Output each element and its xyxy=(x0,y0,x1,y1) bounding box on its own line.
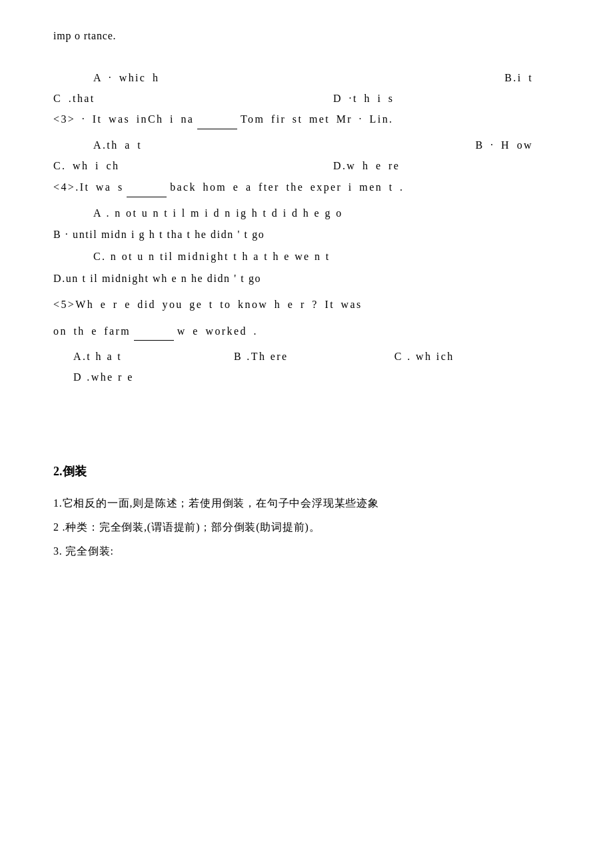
q5-option-D: D .whe r e xyxy=(53,368,560,387)
q4-option-A: A . n ot u n t i l m i d n ig h t d i d … xyxy=(53,204,560,223)
importance-line: imp ο rtance. xyxy=(53,27,560,46)
q3-text: <3> · It was inCh i na Tom fir st met Mr… xyxy=(53,109,560,129)
q3-option-D: D.w h e re xyxy=(306,157,560,176)
q5-text3: w e worked . xyxy=(177,325,258,337)
q5-text2-row: on th e farm w e worked . xyxy=(53,321,560,341)
q3-blank xyxy=(197,109,237,129)
q3-options-row2: C. wh i ch D.w h e re xyxy=(53,157,560,176)
option-D-this: D ·t h i s xyxy=(306,89,560,109)
option-C-that: C .that xyxy=(53,89,306,109)
q3-options-row1: A.th a t B · H ow xyxy=(53,136,560,155)
q3-option-B: B · H ow xyxy=(306,136,560,155)
q3-option-A: A.th a t xyxy=(53,136,306,155)
cn-line2: 2 .种类：完全倒装,(谓语提前)；部分倒装(助词提前)。 xyxy=(53,517,560,538)
q4-option-C: C. n ot u n til midnight t h a t h e we … xyxy=(53,247,560,267)
q5-main: <5>Wh e r e did you ge t to know h e r ?… xyxy=(53,299,362,310)
q5-blank xyxy=(134,321,174,341)
q3-main: <3> · It was inCh i na xyxy=(53,113,194,125)
q5-options-row1: A.t h a t B .Th ere C . wh ich xyxy=(53,347,560,367)
q3-rest: Tom fir st met Mr · Lin. xyxy=(241,113,393,125)
q4-option-D: D.un t il midnight wh e n he didn ' t go xyxy=(53,269,560,289)
q5-option-C: C . wh ich xyxy=(394,347,555,367)
q5-text: <5>Wh e r e did you ge t to know h e r ?… xyxy=(53,295,560,315)
q3-option-C: C. wh i ch xyxy=(53,157,306,176)
q4-text: <4>.It wa s back hom e a fter the exper … xyxy=(53,177,560,197)
cn-line1: 1.它相反的一面,则是陈述；若使用倒装，在句子中会浮现某些迹象 xyxy=(53,493,560,514)
main-content: imp ο rtance. A · whic h B.i t C .that D… xyxy=(53,27,560,562)
options-row-2: C .that D ·t h i s xyxy=(53,89,560,109)
q5-text2: on th e farm xyxy=(53,325,131,337)
q4-blank xyxy=(127,177,167,197)
options-row-1: A · whic h B.i t xyxy=(53,69,560,88)
q4-option-B: B · until midn i g h t tha t he didn ' t… xyxy=(53,225,560,245)
q4-rest: back hom e a fter the exper i men t . xyxy=(170,181,404,193)
q4-main: <4>.It wa s xyxy=(53,181,124,193)
q5-option-B: B .Th ere xyxy=(234,347,394,367)
cn-line3: 3. 完全倒装: xyxy=(53,541,560,562)
q5-option-A: A.t h a t xyxy=(73,347,234,367)
section2-title: 2.倒装 xyxy=(53,461,560,482)
option-A-which: A · whic h xyxy=(53,69,306,88)
option-B-it: B.i t xyxy=(306,69,560,88)
